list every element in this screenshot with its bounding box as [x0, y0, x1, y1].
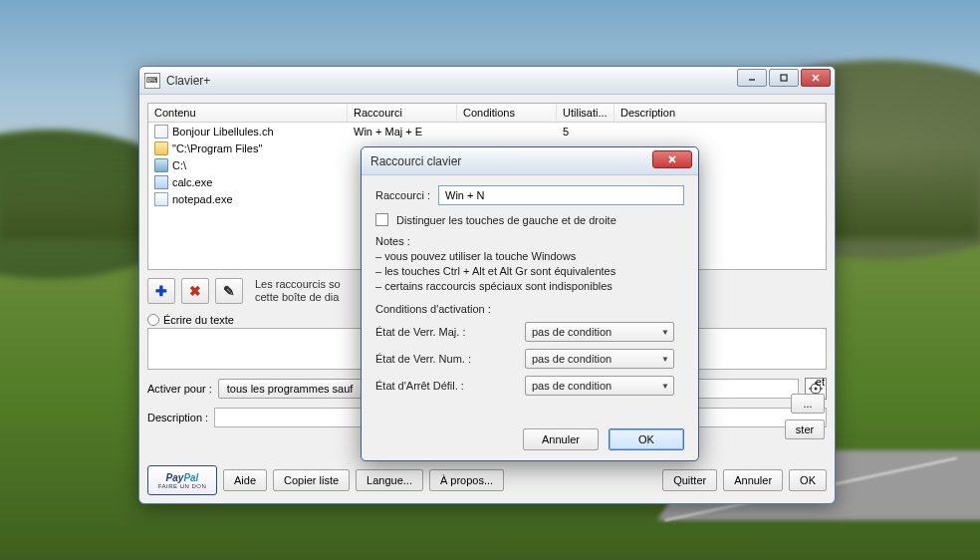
drive-icon: [154, 158, 168, 172]
radio-ecrire-texte[interactable]: [147, 314, 159, 326]
cond-caps-combo[interactable]: pas de condition▼: [525, 322, 674, 342]
chevron-down-icon: ▼: [661, 382, 669, 391]
svg-rect-1: [781, 75, 787, 81]
copier-liste-button[interactable]: Copier liste: [273, 469, 350, 491]
main-title: Clavier+: [166, 74, 210, 88]
script-icon: [154, 125, 168, 139]
distinguer-label: Distinguer les touches de gauche et de d…: [396, 214, 616, 226]
cond-num-label: État de Verr. Num. :: [375, 353, 525, 365]
cond-scroll-label: État d'Arrêt Défil. :: [375, 380, 525, 392]
notes-block: Notes : – vous pouvez utiliser la touche…: [375, 234, 684, 293]
hint-text: Les raccourcis socette boîte de dia: [255, 278, 341, 304]
delete-button[interactable]: ✖: [181, 278, 209, 304]
main-titlebar[interactable]: ⌨ Clavier+: [139, 67, 835, 95]
chevron-down-icon: ▼: [661, 355, 669, 364]
conditions-title: Conditions d'activation :: [375, 303, 684, 315]
add-button[interactable]: ✚: [147, 278, 175, 304]
folder-icon: [154, 141, 168, 155]
cond-scroll-combo[interactable]: pas de condition▼: [525, 376, 674, 396]
activer-pour-label: Activer pour :: [147, 383, 212, 395]
calc-icon: [154, 175, 168, 189]
browse-button[interactable]: ...: [791, 394, 825, 414]
dialog-annuler-button[interactable]: Annuler: [523, 428, 599, 450]
chevron-down-icon: ▼: [661, 328, 669, 337]
close-button[interactable]: [801, 69, 831, 87]
raccourci-input[interactable]: [438, 185, 684, 205]
paypal-donate-button[interactable]: PayPal FAIRE UN DON: [147, 465, 217, 495]
raccourci-label: Raccourci :: [375, 189, 430, 201]
langue-button[interactable]: Langue...: [356, 469, 423, 491]
quitter-button[interactable]: Quitter: [662, 469, 717, 491]
cond-caps-label: État de Verr. Maj. :: [375, 326, 525, 338]
aide-button[interactable]: Aide: [223, 469, 267, 491]
apropos-button[interactable]: À propos...: [429, 469, 504, 491]
dialog-ok-button[interactable]: OK: [609, 428, 684, 450]
minimize-button[interactable]: [737, 69, 767, 87]
main-ok-button[interactable]: OK: [789, 469, 827, 491]
notepad-icon: [154, 192, 168, 206]
list-header: Contenu Raccourci Conditions Utilisati..…: [148, 104, 826, 123]
radio-ecrire-label: Écrire du texte: [163, 314, 234, 326]
edit-button[interactable]: ✎: [215, 278, 243, 304]
fragment-ster-button[interactable]: ster: [785, 420, 825, 439]
main-annuler-button[interactable]: Annuler: [723, 469, 783, 491]
col-conditions[interactable]: Conditions: [457, 104, 557, 122]
cond-num-combo[interactable]: pas de condition▼: [525, 349, 674, 369]
description-label: Description :: [147, 412, 208, 423]
distinguer-checkbox[interactable]: [375, 213, 388, 226]
table-row[interactable]: Bonjour Libellules.chWin + Maj + E5: [148, 123, 826, 140]
dialog-titlebar[interactable]: Raccourci clavier: [362, 147, 698, 175]
col-description[interactable]: Description: [614, 104, 826, 122]
maximize-button[interactable]: [769, 69, 799, 87]
app-icon: ⌨: [144, 73, 160, 89]
col-raccourci[interactable]: Raccourci: [348, 104, 457, 122]
dialog-close-button[interactable]: [652, 150, 692, 168]
shortcut-dialog: Raccourci clavier Raccourci : Distinguer…: [361, 146, 699, 461]
col-utilisation[interactable]: Utilisati...: [557, 104, 614, 122]
col-contenu[interactable]: Contenu: [148, 104, 348, 122]
fragment-net: et: [816, 376, 825, 388]
dialog-title: Raccourci clavier: [370, 154, 461, 168]
